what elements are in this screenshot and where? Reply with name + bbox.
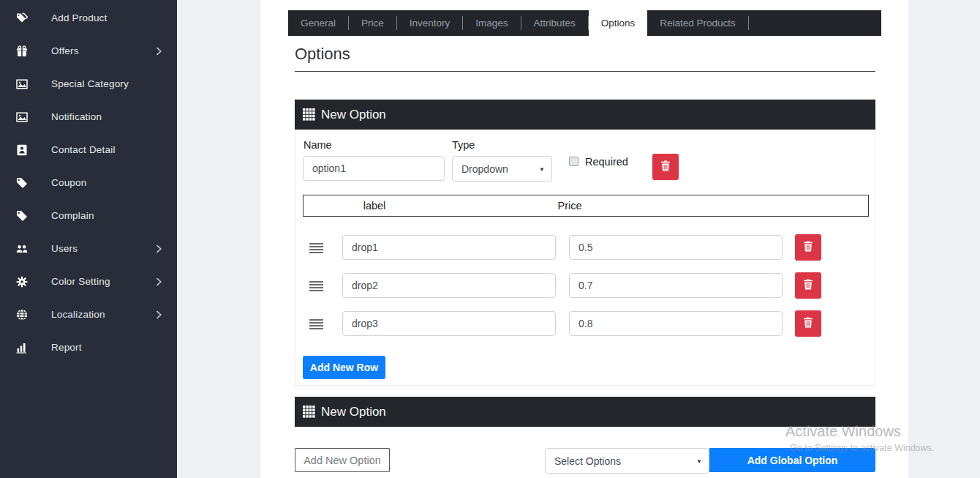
sidebar-item-label: Add Product	[51, 12, 108, 23]
gear-icon	[16, 276, 28, 288]
sidebar-item-coupon[interactable]: Coupon	[0, 166, 177, 199]
sidebar-item-label: Special Category	[51, 78, 129, 89]
trash-icon	[660, 160, 671, 173]
row-price-input[interactable]	[569, 235, 783, 260]
bar-chart-icon	[16, 342, 28, 354]
tab-label: General	[301, 18, 336, 29]
sidebar-item-offers[interactable]: Offers	[0, 34, 177, 67]
page-title: Options	[295, 45, 350, 64]
tab-images[interactable]: Images	[463, 10, 520, 36]
option-row	[295, 235, 876, 260]
add-global-option-button[interactable]: Add Global Option	[709, 448, 875, 472]
tab-label: Inventory	[410, 18, 451, 29]
sidebar-item-complain[interactable]: Complain	[0, 199, 177, 232]
sidebar-item-label: Localization	[51, 309, 105, 320]
new-option-panel: New Option Name Type Dropdown ▼ Required…	[295, 100, 875, 386]
option-values-table-header: label Price	[303, 195, 869, 217]
address-card-icon	[16, 144, 28, 156]
delete-row-button[interactable]	[795, 272, 821, 299]
delete-row-button[interactable]	[795, 310, 821, 337]
sidebar-item-label: Offers	[51, 45, 79, 56]
tab-attributes[interactable]: Attributes	[521, 10, 588, 36]
gift-icon	[16, 45, 28, 57]
sidebar-item-contact-detail[interactable]: Contact Detail	[0, 133, 177, 166]
option-type-select-wrap: Dropdown ▼	[452, 156, 552, 182]
trash-icon	[803, 241, 813, 254]
sidebar-item-label: Coupon	[51, 177, 87, 188]
drag-handle-icon[interactable]	[309, 281, 323, 291]
globe-icon	[16, 309, 28, 321]
global-options-select-wrap: Select Options ▼	[545, 448, 709, 474]
tab-related-products[interactable]: Related Products	[647, 10, 748, 36]
sidebar-item-users[interactable]: Users	[0, 232, 177, 265]
add-new-row-button[interactable]: Add New Row	[303, 356, 385, 379]
required-checkbox[interactable]	[569, 157, 578, 166]
tab-label: Images	[475, 18, 508, 29]
delete-row-button[interactable]	[795, 234, 821, 261]
title-divider	[295, 71, 875, 72]
row-label-input[interactable]	[342, 273, 556, 298]
sidebar-item-color-setting[interactable]: Color Setting	[0, 265, 177, 298]
trash-icon	[803, 317, 813, 330]
option-type-select[interactable]: Dropdown	[452, 156, 552, 182]
tag-icon	[16, 210, 28, 222]
option-row	[295, 311, 876, 336]
product-tabs: General Price Inventory Images Attribute…	[288, 10, 881, 36]
tab-options[interactable]: Options	[589, 10, 648, 42]
tag-icon	[16, 177, 28, 189]
option-row	[295, 273, 876, 298]
new-option-panel-header: New Option	[295, 100, 875, 130]
sidebar-item-notification[interactable]: Notification	[0, 100, 177, 133]
tab-price[interactable]: Price	[349, 10, 396, 36]
sidebar-item-label: Color Setting	[51, 276, 110, 287]
trash-icon	[803, 279, 813, 292]
drag-handle-icon[interactable]	[309, 243, 323, 253]
image-icon	[16, 78, 28, 90]
chevron-right-icon	[156, 277, 162, 286]
tab-separator	[748, 16, 749, 30]
image-icon	[16, 111, 28, 123]
sidebar-item-label: Contact Detail	[51, 144, 116, 155]
tab-label: Options	[601, 18, 636, 29]
row-price-input[interactable]	[569, 311, 783, 336]
tab-label: Price	[361, 18, 384, 29]
sidebar-item-label: Users	[51, 243, 78, 254]
users-icon	[16, 243, 28, 255]
name-label: Name	[304, 139, 332, 151]
sidebar-item-report[interactable]: Report	[0, 331, 177, 364]
sidebar-item-label: Report	[51, 342, 82, 353]
panel-header-title: New Option	[321, 108, 386, 122]
row-price-input[interactable]	[569, 273, 783, 298]
chevron-right-icon	[156, 310, 162, 319]
sidebar: Add Product Offers Special Category Noti…	[0, 0, 177, 478]
chevron-right-icon	[156, 244, 162, 253]
tab-inventory[interactable]: Inventory	[397, 10, 463, 36]
second-new-option-panel-header: New Option	[295, 397, 875, 427]
tab-label: Related Products	[660, 18, 736, 29]
panel-header-title: New Option	[321, 405, 386, 419]
option-name-input[interactable]	[303, 156, 445, 181]
grid-icon	[303, 108, 315, 121]
global-options-select[interactable]: Select Options	[545, 448, 709, 474]
sidebar-item-localization[interactable]: Localization	[0, 298, 177, 331]
tab-label: Attributes	[534, 18, 576, 29]
drag-handle-icon[interactable]	[309, 319, 323, 329]
delete-option-button[interactable]	[652, 154, 679, 180]
sidebar-item-add-product[interactable]: Add Product	[0, 1, 177, 34]
add-new-option-button[interactable]: Add New Option	[295, 448, 390, 472]
sidebar-item-special-category[interactable]: Special Category	[0, 67, 177, 100]
sidebar-item-label: Complain	[51, 210, 94, 221]
tags-icon	[16, 12, 28, 24]
required-checkbox-group[interactable]: Required	[569, 156, 628, 168]
chevron-right-icon	[156, 47, 162, 56]
sidebar-item-label: Notification	[51, 111, 102, 122]
row-label-input[interactable]	[342, 311, 556, 336]
price-column-header: Price	[489, 195, 650, 216]
label-column-header: label	[304, 195, 445, 216]
tab-general[interactable]: General	[288, 10, 348, 36]
grid-icon	[303, 406, 315, 418]
row-label-input[interactable]	[342, 235, 556, 260]
type-label: Type	[452, 139, 475, 151]
required-label: Required	[585, 156, 628, 168]
